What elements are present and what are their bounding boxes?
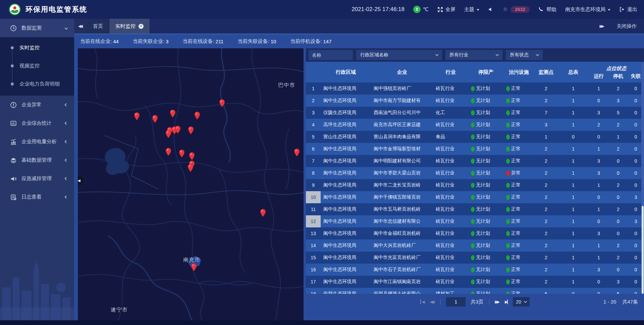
table-row[interactable]: 13阆中生态环境局阆中市金福旺页岩机砖砖瓦行业无计划正常21300 bbox=[306, 227, 644, 239]
industry-filter-select[interactable]: 所有行业 bbox=[445, 50, 502, 60]
table-row[interactable]: 2阆中生态环境局阆中市南方节能建材有砖瓦行业无计划正常21030 bbox=[306, 95, 644, 107]
stat-label: 当前在线企业: bbox=[80, 38, 112, 45]
row-limit-cell: 无计划 bbox=[468, 291, 503, 294]
map-pin[interactable] bbox=[188, 126, 194, 134]
status-dot-icon bbox=[506, 243, 510, 248]
status-dot-icon bbox=[506, 86, 510, 91]
table-row[interactable]: 3仪陇生态环境局西南油气田分公司川中化工无计划正常71350 bbox=[306, 107, 644, 119]
map-pin[interactable] bbox=[152, 115, 158, 123]
map-pin[interactable] bbox=[189, 152, 195, 160]
table-row[interactable]: 6阆中生态环境局阆中市金博瑞新型墙材砖瓦行业无计划正常21120 bbox=[306, 143, 644, 155]
chevron-down-icon bbox=[65, 26, 68, 30]
map-pin[interactable] bbox=[165, 130, 171, 138]
row-meters-cell: 1 bbox=[558, 243, 589, 248]
sidebar-item-enterprise-abnormal[interactable]: 企业异常 bbox=[0, 96, 74, 114]
table-row[interactable]: 7阆中生态环境局阆中明阳建材有限公司砖瓦行业无计划正常21300 bbox=[306, 155, 644, 167]
tab-realtime-monitoring[interactable]: 实时监控✕ bbox=[109, 19, 150, 34]
row-meters-cell: 1 bbox=[558, 122, 589, 127]
table-row[interactable]: 10阆中生态环境局阆中千佛镇五郎垭页岩砖瓦行业无计划正常21003 bbox=[306, 191, 644, 203]
row-meters-cell: 1 bbox=[558, 182, 589, 188]
page-size-select[interactable]: 20 bbox=[513, 297, 530, 307]
map-pin[interactable] bbox=[187, 164, 194, 172]
status-text: 正常 bbox=[511, 158, 521, 164]
chevron-down-icon bbox=[524, 300, 527, 303]
row-stopped-cell: 0 bbox=[609, 195, 628, 200]
last-page-button[interactable]: ▶ bbox=[505, 300, 508, 304]
logout-button[interactable]: 退出 bbox=[619, 6, 637, 13]
table-row[interactable]: 18南部生态环境局南部县碾垭土砖有限公建材加工无计划正常50050 bbox=[306, 288, 644, 294]
sidebar-item-power-usage-analysis[interactable]: 企业用电量分析 bbox=[0, 132, 74, 151]
map-panel[interactable]: 巴中市南充市遂宁市 ◀ bbox=[78, 48, 304, 320]
tab-home[interactable]: 首页 bbox=[87, 19, 109, 34]
tabs-scroll-left-button[interactable]: ◀◀ bbox=[74, 19, 87, 34]
table-row[interactable]: 1阆中生态环境局阆中强锐页岩砖厂砖瓦行业无计划正常21120 bbox=[306, 83, 644, 95]
sidebar-item-data-monitoring[interactable]: 数据监测 bbox=[0, 19, 74, 37]
map-pin[interactable] bbox=[191, 263, 197, 271]
table-row[interactable]: 5营山生态环境局营山县润丰肉食品有限食品无计划正常10010 bbox=[306, 131, 644, 143]
first-page-button[interactable]: ◀ bbox=[420, 300, 425, 304]
next-page-button[interactable]: ▶▶ bbox=[495, 300, 500, 304]
table-row[interactable]: 12阆中生态环境局阆中市忠信建材有限公砖瓦行业无计划正常21003 bbox=[306, 215, 644, 227]
table-row[interactable]: 17阆中生态环境局阆中市江南镇阆南页岩砖瓦行业无计划正常21030 bbox=[306, 276, 644, 288]
sidebar-item-basic-data-management[interactable]: 基础数据管理 bbox=[0, 151, 74, 169]
row-meters-cell: 1 bbox=[558, 86, 589, 91]
map-pin[interactable] bbox=[134, 112, 140, 120]
map-pin[interactable] bbox=[194, 111, 201, 120]
sidebar-item-label: 企业用电量分析 bbox=[21, 139, 57, 145]
map-pin[interactable] bbox=[165, 148, 171, 156]
fullscreen-button[interactable]: 全屏 bbox=[437, 6, 455, 13]
status-filter-select[interactable]: 所有状态 bbox=[506, 50, 543, 60]
page-number-input[interactable] bbox=[446, 297, 466, 307]
table-row[interactable]: 16阆中生态环境局阆中市石子页岩机砖厂砖瓦行业无计划正常21300 bbox=[306, 264, 644, 276]
map-pin[interactable] bbox=[293, 148, 300, 157]
name-filter-input[interactable] bbox=[309, 50, 353, 60]
table-row[interactable]: 15阆中生态环境局阆中市光富页岩机砖厂砖瓦行业无计划正常21120 bbox=[306, 252, 644, 264]
map-pin[interactable] bbox=[219, 99, 225, 107]
alert-icon bbox=[10, 102, 17, 108]
sidebar-item-log-view[interactable]: 日志查看 bbox=[0, 188, 74, 206]
status-dot-icon bbox=[506, 110, 510, 115]
sidebar-item-emergency-reduction[interactable]: 应急减排管理 bbox=[0, 169, 74, 188]
sidebar-item-power-load-detail[interactable]: 企业电力负荷明细 bbox=[0, 75, 74, 93]
sidebar-item-video-monitoring[interactable]: 视频监控 bbox=[0, 57, 74, 75]
row-stopped-cell: 2 bbox=[609, 122, 628, 127]
sidebar-item-enterprise-statistics[interactable]: 企业综合统计 bbox=[0, 114, 74, 132]
row-industry-cell: 砖瓦行业 bbox=[433, 146, 468, 152]
table-scrollbar[interactable] bbox=[641, 62, 644, 294]
tabs-scroll-right-button[interactable]: ▶▶ bbox=[600, 24, 604, 29]
tab-close-icon[interactable]: ✕ bbox=[139, 24, 144, 29]
scrollbar-thumb[interactable] bbox=[642, 206, 644, 294]
close-operations-button[interactable]: 关闭操作 bbox=[616, 23, 637, 30]
previous-page-button[interactable]: ◀◀ bbox=[430, 300, 434, 304]
help-button[interactable]: 帮助 bbox=[538, 6, 556, 13]
theme-dropdown[interactable]: 主题 bbox=[464, 6, 479, 13]
table-row[interactable]: 14阆中生态环境局阆中大兴页岩机砖厂砖瓦行业无计划正常21120 bbox=[306, 239, 644, 252]
row-facility-cell: 正常 bbox=[503, 279, 534, 285]
map-pin[interactable] bbox=[179, 149, 185, 158]
region-filter-select[interactable]: 行政区域名称 bbox=[356, 50, 442, 60]
status-dot-icon bbox=[506, 219, 510, 224]
table-row[interactable]: 4高坪生态环境局南充市高坪区王家店建砖瓦行业无计划正常31220 bbox=[306, 119, 644, 131]
table-row[interactable]: 8阆中生态环境局阆中市枣碧大梁山页岩砖瓦行业无计划异常21300 bbox=[306, 167, 644, 179]
map-pin[interactable] bbox=[175, 125, 181, 134]
map-pin[interactable] bbox=[170, 109, 176, 118]
row-stopped-cell: 3 bbox=[609, 279, 628, 284]
sidebar-item-label: 基础数据管理 bbox=[21, 157, 52, 163]
sidebar-item-realtime-monitoring[interactable]: 实时监控 bbox=[0, 39, 74, 57]
status-dot-icon bbox=[471, 291, 475, 294]
row-limit-cell: 无计划 bbox=[468, 242, 503, 249]
table-row[interactable]: 11阆中生态环境局阆中市五马桥页岩机砖砖瓦行业无计划正常21120 bbox=[306, 203, 644, 215]
map-pin[interactable] bbox=[260, 209, 266, 217]
megaphone-icon bbox=[10, 175, 17, 182]
notifications[interactable]: 2632 bbox=[502, 6, 530, 13]
org-dropdown[interactable]: 南充市生态环境局 bbox=[565, 6, 610, 13]
status-text: 无计划 bbox=[476, 230, 490, 236]
status-text: 无计划 bbox=[476, 98, 490, 104]
status-stat: 当前在线企业:44 bbox=[80, 38, 119, 45]
row-company-cell: 南充市高坪区王家店建 bbox=[371, 122, 433, 128]
table-row[interactable]: 9阆中生态环境局阆中市二龙长宝页岩砖砖瓦行业无计划正常21120 bbox=[306, 179, 644, 191]
mute-button[interactable] bbox=[488, 7, 494, 12]
map-city-label: 巴中市 bbox=[278, 82, 295, 89]
row-stopped-cell: 0 bbox=[609, 219, 628, 224]
row-index-cell: 11 bbox=[306, 203, 321, 215]
